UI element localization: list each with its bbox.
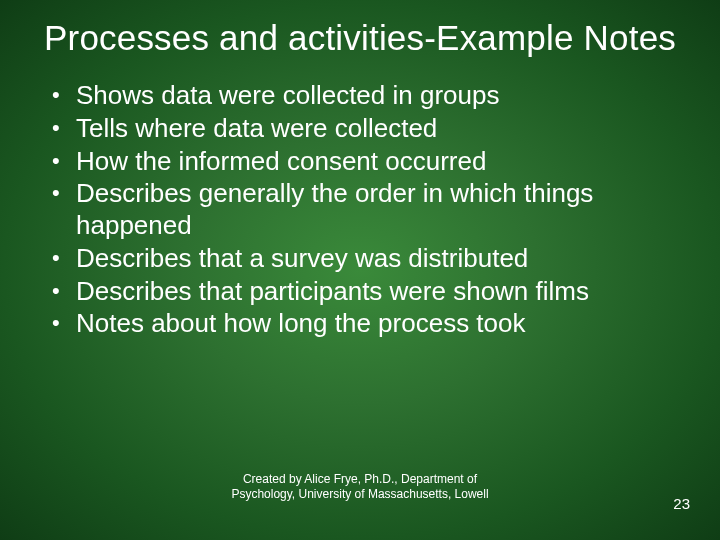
list-item: Describes generally the order in which t… — [48, 178, 680, 241]
list-item: Describes that participants were shown f… — [48, 276, 680, 308]
slide: Processes and activities-Example Notes S… — [0, 0, 720, 540]
page-number: 23 — [673, 495, 690, 512]
list-item: Describes that a survey was distributed — [48, 243, 680, 275]
list-item: Tells where data were collected — [48, 113, 680, 145]
list-item: Notes about how long the process took — [48, 308, 680, 340]
list-item: Shows data were collected in groups — [48, 80, 680, 112]
list-item: How the informed consent occurred — [48, 146, 680, 178]
slide-footer: Created by Alice Frye, Ph.D., Department… — [0, 472, 720, 526]
bullet-list: Shows data were collected in groups Tell… — [40, 80, 680, 340]
slide-title: Processes and activities-Example Notes — [40, 18, 680, 58]
credit-text: Created by Alice Frye, Ph.D., Department… — [230, 472, 490, 502]
